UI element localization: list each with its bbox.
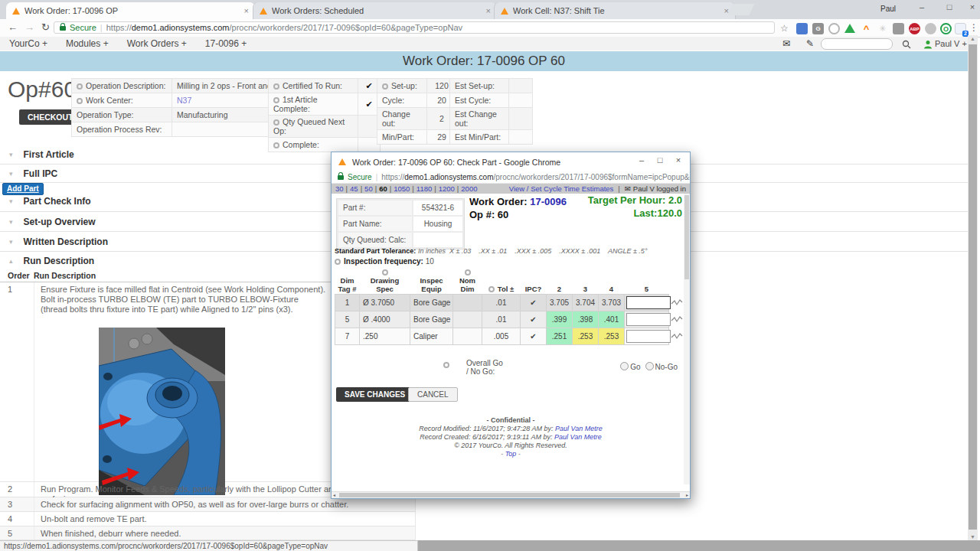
run-text: When finished, deburr where needed.: [34, 527, 415, 540]
op-label: Op #:: [469, 209, 498, 220]
tab-work-order[interactable]: Work Order: 17-0096 OP ×: [6, 2, 255, 19]
scroll-down-icon[interactable]: ▼: [968, 534, 978, 540]
bookmark-star-icon[interactable]: ☆: [780, 23, 789, 34]
scrollbar-thumb[interactable]: [339, 493, 680, 497]
close-tab-icon[interactable]: ×: [244, 6, 249, 15]
estimate-label: Est Min/Part:: [450, 130, 509, 145]
drive-extension-icon[interactable]: [844, 24, 855, 33]
run-text: Ensure Fixture is face milled flat in Ce…: [41, 285, 325, 314]
cycle-time-estimates-link[interactable]: View / Set Cycle Time Estimates: [509, 184, 614, 193]
box-extension-icon[interactable]: [893, 23, 904, 34]
op-link-1050[interactable]: 1050: [394, 184, 410, 193]
proshop-favicon-icon: [338, 158, 346, 165]
estimate-label: Est Change out:: [450, 108, 509, 130]
modified-by-link[interactable]: Paul Van Metre: [555, 425, 603, 432]
page2-extension-icon[interactable]: 2: [955, 23, 966, 34]
popup-horizontal-scrollbar[interactable]: ◂ ▸: [332, 491, 690, 498]
op-info-label: Operation Type:: [72, 108, 172, 122]
vertical-scrollbar[interactable]: ▲ ▼: [968, 35, 978, 540]
op-link-1180[interactable]: 1180: [416, 184, 432, 193]
sparkline-icon: [671, 315, 683, 324]
flag-label: 1st Article Complete:: [269, 93, 358, 116]
new-tab-button[interactable]: [728, 4, 755, 15]
chrome-menu-icon[interactable]: ⋮: [969, 22, 978, 33]
window-maximize-button[interactable]: □: [940, 2, 959, 11]
window-minimize-button[interactable]: –: [913, 2, 931, 11]
url-host: demo1.adionsystems.com: [404, 173, 493, 181]
paw-extension-icon[interactable]: [925, 23, 936, 34]
menu-item-yourco[interactable]: YourCo +: [9, 38, 47, 49]
measurement-input[interactable]: [626, 296, 671, 309]
tolerance-label: Standard Part Tolerance:: [335, 247, 418, 255]
created-by-link[interactable]: Paul Van Metre: [554, 433, 602, 441]
col-inspec-equip: Inspec Equip: [410, 269, 453, 295]
popup-minimize-button[interactable]: –: [633, 155, 650, 165]
time-label: Min/Part:: [377, 130, 427, 145]
abp-extension-icon[interactable]: ABP: [909, 23, 920, 34]
wo-number[interactable]: 17-0096: [530, 196, 567, 207]
translate-extension-icon[interactable]: [796, 23, 808, 34]
tol-value: .01: [482, 311, 521, 328]
col-sparkline: [669, 269, 681, 295]
pencil-icon[interactable]: ✎: [806, 38, 814, 49]
part-value: 554321-6: [413, 201, 462, 215]
op-estimates-table: Est Set-up: Est Cycle: Est Change out: E…: [449, 78, 533, 145]
op-link-30[interactable]: 30: [335, 184, 344, 193]
chevron-down-icon: ▾: [9, 151, 13, 158]
scrollbar-thumb[interactable]: [684, 195, 689, 279]
op-link-50[interactable]: 50: [364, 184, 373, 193]
run-text: Check for surfacing alignment with OP50,…: [34, 497, 415, 511]
help-icon: [77, 83, 83, 90]
go-radio[interactable]: [620, 362, 629, 370]
search-icon[interactable]: [902, 38, 911, 52]
save-changes-button[interactable]: SAVE CHANGES: [336, 387, 413, 402]
op-link-2000[interactable]: 2000: [461, 184, 477, 193]
address-bar: ← → ↻ Secure | https://demo1.adionsystem…: [0, 19, 980, 37]
menu-item-modules[interactable]: Modules +: [66, 38, 109, 49]
page-title: Work Order: 17-0096 OP 60: [0, 51, 968, 71]
popup-op-nav: 30| 45| 50| 60| 1050| 1180| 1200| 2000 V…: [332, 184, 690, 194]
search-input[interactable]: [821, 38, 893, 50]
tol-value: .005: [482, 328, 521, 345]
popup-maximize-button[interactable]: □: [652, 155, 668, 165]
op-link-1200[interactable]: 1200: [439, 184, 455, 193]
mail-icon[interactable]: ✉: [782, 38, 790, 49]
caret-extension-icon[interactable]: ^: [861, 23, 872, 34]
onetab-extension-icon[interactable]: O: [940, 23, 952, 34]
op-link-45[interactable]: 45: [350, 184, 358, 193]
help-icon: [273, 97, 279, 103]
url-field[interactable]: Secure | https://demo1.adionsystems.com/…: [54, 21, 775, 34]
popup-vertical-scrollbar[interactable]: [684, 194, 690, 484]
chevron-down-icon: ▾: [9, 170, 13, 178]
top-link[interactable]: Top: [505, 450, 517, 458]
forward-icon[interactable]: →: [24, 22, 34, 33]
popup-close-button[interactable]: ×: [670, 155, 687, 165]
scroll-up-icon[interactable]: ▲: [968, 36, 978, 41]
popup-title-bar[interactable]: Work Order: 17-0096 OP 60: Check Part - …: [332, 152, 690, 171]
measurement-input[interactable]: [626, 330, 671, 343]
back-icon[interactable]: ←: [8, 22, 18, 33]
g-extension-icon[interactable]: G: [812, 23, 824, 34]
col-check-4: 4: [599, 269, 625, 295]
no-go-radio[interactable]: [645, 362, 654, 370]
tab-work-cell[interactable]: Work Cell: N37: Shift Tie ×: [494, 2, 736, 19]
op-link-60-current[interactable]: 60: [379, 184, 387, 193]
scroll-left-icon[interactable]: ◂: [333, 492, 335, 498]
chat-extension-icon[interactable]: [828, 23, 840, 34]
go-label: Go: [630, 363, 640, 371]
snowflake-extension-icon[interactable]: ✳: [877, 23, 888, 34]
window-close-button[interactable]: ×: [963, 2, 980, 11]
scroll-right-icon[interactable]: ▸: [686, 492, 688, 498]
reload-icon[interactable]: ↻: [41, 22, 50, 33]
menu-item-17-0096[interactable]: 17-0096 +: [205, 38, 247, 49]
screen: Work Order: 17-0096 OP × Work Orders: Sc…: [0, 0, 980, 551]
scrollbar-thumb[interactable]: [969, 44, 977, 530]
measurement-input-cell: [625, 295, 669, 311]
popup-title: Work Order: 17-0096 OP 60: Check Part - …: [352, 158, 560, 167]
tab-work-orders-scheduled[interactable]: Work Orders: Scheduled ×: [253, 2, 498, 19]
user-menu[interactable]: Paul V +: [935, 39, 967, 48]
menu-item-work-orders[interactable]: Work Orders +: [127, 38, 187, 49]
cancel-button[interactable]: CANCEL: [408, 387, 458, 402]
close-tab-icon[interactable]: ×: [486, 6, 491, 15]
measurement-input[interactable]: [626, 313, 671, 326]
